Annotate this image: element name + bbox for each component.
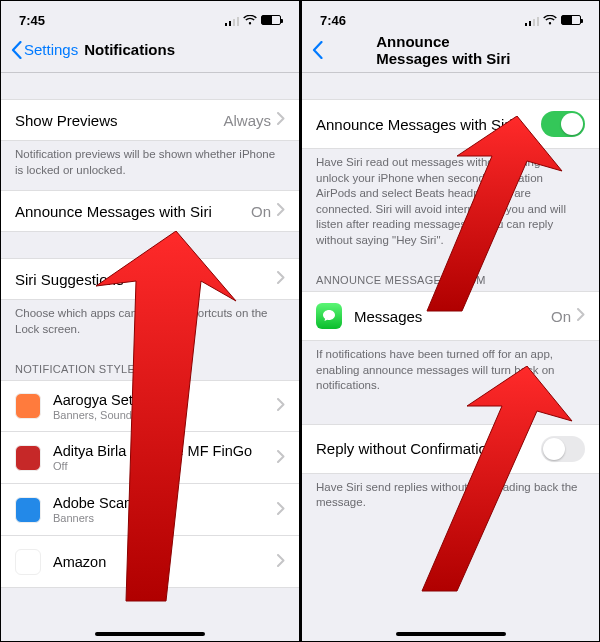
app-name: Amazon	[53, 554, 277, 570]
chevron-right-icon	[277, 554, 285, 570]
app-text: Aditya Birla Sun Life MF FinGoOff	[53, 443, 277, 472]
left-screenshot: 7:45 Settings Notifications Show Preview…	[0, 0, 300, 642]
apps-list: Aarogya SetuBanners, Sounds, BadgesAdity…	[1, 380, 299, 588]
chevron-right-icon	[277, 398, 285, 414]
chevron-right-icon	[277, 203, 285, 219]
page-title: Announce Messages with Siri	[376, 33, 525, 67]
content-scroll[interactable]: Announce Messages with Siri Have Siri re…	[302, 73, 599, 641]
app-row[interactable]: Amazon	[1, 536, 299, 588]
app-icon	[15, 497, 41, 523]
messages-row[interactable]: Messages On	[302, 291, 599, 341]
app-text: Aarogya SetuBanners, Sounds, Badges	[53, 392, 277, 421]
section-footer: If notifications have been turned off fo…	[302, 341, 599, 406]
chevron-right-icon	[277, 450, 285, 466]
cell-label: Show Previews	[15, 112, 223, 129]
cell-label: Siri Suggestions	[15, 271, 277, 288]
app-icon	[15, 549, 41, 575]
cell-label: Reply without Confirmation	[316, 440, 541, 457]
wifi-icon	[243, 15, 257, 26]
page-title: Notifications	[84, 41, 175, 58]
chevron-left-icon	[312, 41, 323, 59]
chevron-right-icon	[277, 502, 285, 518]
cell-label: Messages	[354, 308, 551, 325]
chevron-left-icon	[11, 41, 22, 59]
status-right	[225, 15, 282, 26]
battery-icon	[261, 15, 281, 25]
cell-label: Announce Messages with Siri	[15, 203, 251, 220]
wifi-icon	[543, 15, 557, 26]
back-label: Settings	[24, 41, 78, 58]
app-row[interactable]: Aditya Birla Sun Life MF FinGoOff	[1, 432, 299, 484]
app-name: Adobe Scan	[53, 495, 277, 511]
app-text: Adobe ScanBanners	[53, 495, 277, 524]
app-icon	[15, 445, 41, 471]
cellular-bars-icon	[525, 15, 540, 26]
cellular-bars-icon	[225, 15, 240, 26]
chevron-right-icon	[277, 112, 285, 128]
app-text: Amazon	[53, 554, 277, 570]
app-sub: Banners	[53, 512, 277, 524]
app-icon	[15, 393, 41, 419]
toggle-switch[interactable]	[541, 436, 585, 462]
app-name: Aarogya Setu	[53, 392, 277, 408]
status-bar: 7:45	[1, 1, 299, 33]
show-previews-row[interactable]: Show Previews Always	[1, 99, 299, 141]
cell-label: Announce Messages with Siri	[316, 116, 541, 133]
nav-bar: Announce Messages with Siri	[302, 33, 599, 73]
home-indicator	[396, 632, 506, 636]
toggle-switch[interactable]	[541, 111, 585, 137]
app-sub: Banners, Sounds, Badges	[53, 409, 277, 421]
app-sub: Off	[53, 460, 277, 472]
section-footer: Have Siri send replies without first rea…	[302, 474, 599, 523]
messages-app-icon	[316, 303, 342, 329]
chevron-right-icon	[577, 308, 585, 324]
announce-from-header: Announce Messages From	[302, 260, 599, 291]
announce-messages-row[interactable]: Announce Messages with Siri On	[1, 190, 299, 232]
cell-value: On	[251, 203, 271, 220]
chevron-right-icon	[277, 271, 285, 287]
content-scroll[interactable]: Show Previews Always Notification previe…	[1, 73, 299, 641]
notification-style-header: Notification Style	[1, 349, 299, 380]
announce-toggle-row[interactable]: Announce Messages with Siri	[302, 99, 599, 149]
right-screenshot: 7:46 Announce Messages with Siri Announc…	[300, 0, 600, 642]
app-name: Aditya Birla Sun Life MF FinGo	[53, 443, 277, 459]
cell-value: On	[551, 308, 571, 325]
home-indicator	[95, 632, 205, 636]
status-time: 7:45	[19, 13, 45, 28]
back-button[interactable]: Settings	[11, 41, 78, 59]
cell-value: Always	[223, 112, 271, 129]
nav-bar: Settings Notifications	[1, 33, 299, 73]
siri-suggestions-row[interactable]: Siri Suggestions	[1, 258, 299, 300]
section-footer: Notification previews will be shown whet…	[1, 141, 299, 190]
section-footer: Choose which apps can suggest Shortcuts …	[1, 300, 299, 349]
status-bar: 7:46	[302, 1, 599, 33]
status-right	[525, 15, 582, 26]
section-footer: Have Siri read out messages without havi…	[302, 149, 599, 260]
app-row[interactable]: Adobe ScanBanners	[1, 484, 299, 536]
back-button[interactable]	[312, 41, 325, 59]
battery-icon	[561, 15, 581, 25]
status-time: 7:46	[320, 13, 346, 28]
app-row[interactable]: Aarogya SetuBanners, Sounds, Badges	[1, 380, 299, 432]
reply-confirmation-row[interactable]: Reply without Confirmation	[302, 424, 599, 474]
